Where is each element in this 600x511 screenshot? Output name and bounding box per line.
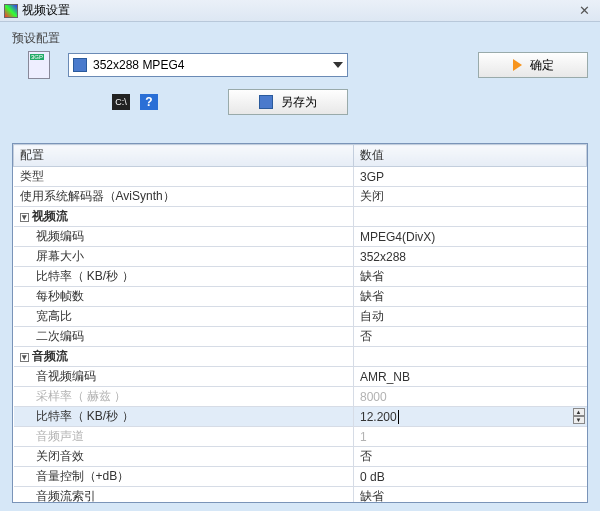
row-label: 屏幕大小 bbox=[36, 249, 84, 263]
saveas-button[interactable]: 另存为 bbox=[228, 89, 348, 115]
disk-icon bbox=[73, 58, 87, 72]
row-value[interactable]: 12.200 bbox=[360, 410, 399, 424]
table-row[interactable]: 二次编码否 bbox=[14, 327, 587, 347]
table-row[interactable]: 视频编码MPEG4(DivX) bbox=[14, 227, 587, 247]
table-row[interactable]: 使用系统解码器（AviSynth）关闭 bbox=[14, 187, 587, 207]
titlebar: 视频设置 ✕ bbox=[0, 0, 600, 22]
row-value[interactable]: 自动 bbox=[360, 309, 384, 323]
row-value[interactable]: MPEG4(DivX) bbox=[360, 230, 435, 244]
table-row[interactable]: 类型3GP bbox=[14, 167, 587, 187]
settings-table: 配置 数值 类型3GP使用系统解码器（AviSynth）关闭▾视频流视频编码MP… bbox=[12, 143, 588, 503]
row-value[interactable]: 缺省 bbox=[360, 289, 384, 303]
spin-buttons[interactable]: ▲▼ bbox=[573, 408, 585, 422]
help-icon[interactable]: ? bbox=[140, 94, 158, 110]
row-label: 视频流 bbox=[32, 209, 68, 223]
spin-down-icon[interactable]: ▼ bbox=[573, 416, 585, 424]
table-row[interactable]: 比特率（ KB/秒 ）缺省 bbox=[14, 267, 587, 287]
row-label: 比特率（ KB/秒 ） bbox=[36, 409, 134, 423]
preset-label: 预设配置 bbox=[12, 30, 588, 47]
table-row[interactable]: 音量控制（+dB）0 dB bbox=[14, 467, 587, 487]
row-label: 音频声道 bbox=[36, 429, 84, 443]
window-title: 视频设置 bbox=[22, 2, 70, 19]
close-button[interactable]: ✕ bbox=[573, 3, 596, 18]
table-row[interactable]: ▾视频流 bbox=[14, 207, 587, 227]
ok-button-label: 确定 bbox=[530, 57, 554, 74]
dropdown-selected-text: 352x288 MPEG4 bbox=[93, 58, 184, 72]
row-label: 关闭音效 bbox=[36, 449, 84, 463]
row-value[interactable]: 关闭 bbox=[360, 189, 384, 203]
row-value[interactable]: AMR_NB bbox=[360, 370, 410, 384]
row-label: 类型 bbox=[20, 169, 44, 183]
ok-button[interactable]: 确定 bbox=[478, 52, 588, 78]
row-label: 音视频编码 bbox=[36, 369, 96, 383]
row-value[interactable]: 缺省 bbox=[360, 269, 384, 283]
preset-section: 预设配置 352x288 MPEG4 确定 C:\ ? 另存为 bbox=[0, 22, 600, 125]
row-label: 采样率（ 赫兹 ） bbox=[36, 389, 127, 403]
row-value[interactable]: 352x288 bbox=[360, 250, 406, 264]
app-icon bbox=[4, 4, 18, 18]
header-value[interactable]: 数值 bbox=[354, 145, 587, 167]
chevron-down-icon bbox=[333, 62, 343, 68]
table-row[interactable]: 关闭音效否 bbox=[14, 447, 587, 467]
row-label: 二次编码 bbox=[36, 329, 84, 343]
cmd-icon[interactable]: C:\ bbox=[112, 94, 130, 110]
row-value[interactable]: 0 dB bbox=[360, 470, 385, 484]
table-row[interactable]: 音频流索引缺省 bbox=[14, 487, 587, 504]
row-value[interactable]: 1 bbox=[360, 430, 367, 444]
row-value[interactable]: 否 bbox=[360, 449, 372, 463]
table-row[interactable]: 宽高比自动 bbox=[14, 307, 587, 327]
file-3gp-icon bbox=[28, 51, 50, 79]
row-value[interactable]: 否 bbox=[360, 329, 372, 343]
table-row[interactable]: 比特率（ KB/秒 ）12.200▲▼ bbox=[14, 407, 587, 427]
row-label: 每秒帧数 bbox=[36, 289, 84, 303]
row-label: 音量控制（+dB） bbox=[36, 469, 130, 483]
table-row[interactable]: 音视频编码AMR_NB bbox=[14, 367, 587, 387]
row-label: 音频流索引 bbox=[36, 489, 96, 503]
table-row[interactable]: ▾音频流 bbox=[14, 347, 587, 367]
preset-dropdown[interactable]: 352x288 MPEG4 bbox=[68, 53, 348, 77]
collapse-icon[interactable]: ▾ bbox=[20, 213, 29, 222]
collapse-icon[interactable]: ▾ bbox=[20, 353, 29, 362]
arrow-right-icon bbox=[513, 59, 522, 71]
row-label: 视频编码 bbox=[36, 229, 84, 243]
table-row[interactable]: 采样率（ 赫兹 ）8000 bbox=[14, 387, 587, 407]
row-value[interactable]: 3GP bbox=[360, 170, 384, 184]
row-label: 使用系统解码器（AviSynth） bbox=[20, 189, 175, 203]
row-value[interactable]: 8000 bbox=[360, 390, 387, 404]
save-icon bbox=[259, 95, 273, 109]
row-label: 音频流 bbox=[32, 349, 68, 363]
row-label: 比特率（ KB/秒 ） bbox=[36, 269, 134, 283]
row-label: 宽高比 bbox=[36, 309, 72, 323]
header-config[interactable]: 配置 bbox=[14, 145, 354, 167]
table-row[interactable]: 音频声道1 bbox=[14, 427, 587, 447]
table-row[interactable]: 屏幕大小352x288 bbox=[14, 247, 587, 267]
saveas-button-label: 另存为 bbox=[281, 94, 317, 111]
spin-up-icon[interactable]: ▲ bbox=[573, 408, 585, 416]
table-row[interactable]: 每秒帧数缺省 bbox=[14, 287, 587, 307]
row-value[interactable]: 缺省 bbox=[360, 489, 384, 503]
